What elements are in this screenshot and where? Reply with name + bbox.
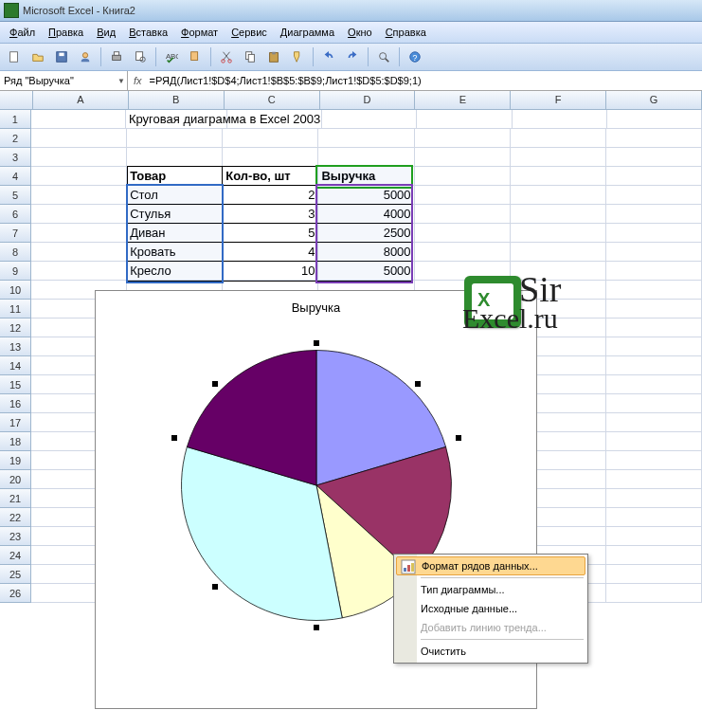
- menu-справка[interactable]: Справка: [380, 25, 432, 40]
- row-header-3[interactable]: 3: [0, 148, 31, 167]
- cell-C8[interactable]: 4: [223, 243, 318, 262]
- cell-C6[interactable]: 3: [223, 205, 318, 224]
- cell-G13[interactable]: [606, 337, 702, 356]
- cell-B6[interactable]: Стулья: [127, 205, 223, 224]
- row-header-6[interactable]: 6: [0, 205, 31, 224]
- series-handle[interactable]: [456, 435, 461, 441]
- cell-G24[interactable]: [606, 546, 702, 565]
- series-handle[interactable]: [314, 340, 319, 346]
- ctx-format-series[interactable]: Формат рядов данных...: [396, 556, 585, 575]
- cell-B3[interactable]: [127, 148, 223, 167]
- row-header-18[interactable]: 18: [0, 432, 31, 451]
- row-header-17[interactable]: 17: [0, 413, 31, 432]
- row-header-13[interactable]: 13: [0, 337, 31, 356]
- cell-G2[interactable]: [606, 129, 702, 148]
- row-header-19[interactable]: 19: [0, 451, 31, 470]
- menu-диаграмма[interactable]: Диаграмма: [275, 25, 340, 40]
- cell-G16[interactable]: [606, 394, 702, 413]
- undo-button[interactable]: [318, 46, 339, 67]
- row-header-2[interactable]: 2: [0, 129, 31, 148]
- cell-C3[interactable]: [223, 148, 318, 167]
- cell-F9[interactable]: [511, 262, 606, 281]
- row-header-1[interactable]: 1: [0, 110, 31, 129]
- row-header-10[interactable]: 10: [0, 281, 31, 300]
- cell-A2[interactable]: [31, 129, 127, 148]
- cell-F2[interactable]: [511, 129, 606, 148]
- print-preview-button[interactable]: [130, 46, 151, 67]
- row-header-16[interactable]: 16: [0, 394, 31, 413]
- cell-G7[interactable]: [606, 224, 702, 243]
- col-header-A[interactable]: A: [33, 91, 129, 109]
- cell-G14[interactable]: [606, 356, 702, 375]
- cell-C5[interactable]: 2: [223, 186, 318, 205]
- cell-B4[interactable]: Товар: [127, 167, 223, 186]
- permissions-button[interactable]: [75, 46, 96, 67]
- cell-E5[interactable]: [415, 186, 511, 205]
- cell-G11[interactable]: [606, 300, 702, 318]
- ctx-chart-type[interactable]: Тип диаграммы...: [396, 580, 585, 599]
- cell-D7[interactable]: 2500: [318, 224, 414, 243]
- row-header-4[interactable]: 4: [0, 167, 31, 186]
- cell-F5[interactable]: [511, 186, 606, 205]
- cell-G5[interactable]: [606, 186, 702, 205]
- cell-D1[interactable]: [322, 110, 417, 129]
- research-button[interactable]: [185, 46, 206, 67]
- col-header-F[interactable]: F: [511, 91, 606, 109]
- menu-формат[interactable]: Формат: [175, 25, 224, 40]
- cell-G10[interactable]: [606, 281, 702, 300]
- cell-A5[interactable]: [31, 186, 127, 205]
- cell-D3[interactable]: [318, 148, 414, 167]
- cell-G19[interactable]: [606, 451, 702, 470]
- cell-E8[interactable]: [415, 243, 511, 262]
- cell-A8[interactable]: [31, 243, 127, 262]
- row-header-23[interactable]: 23: [0, 527, 31, 546]
- cell-G20[interactable]: [606, 470, 702, 489]
- cell-C1[interactable]: [227, 110, 322, 129]
- cell-D9[interactable]: 5000: [318, 262, 414, 281]
- cell-B2[interactable]: [127, 129, 223, 148]
- menu-правка[interactable]: Правка: [43, 25, 89, 40]
- cell-C4[interactable]: Кол-во, шт: [223, 167, 318, 186]
- cell-A1[interactable]: [31, 110, 126, 129]
- print-button[interactable]: [106, 46, 127, 67]
- save-button[interactable]: [51, 46, 72, 67]
- cell-D5[interactable]: 5000: [318, 186, 414, 205]
- ctx-source-data[interactable]: Исходные данные...: [396, 599, 585, 618]
- col-header-G[interactable]: G: [606, 91, 702, 109]
- cell-G8[interactable]: [606, 243, 702, 262]
- cell-F4[interactable]: [511, 167, 606, 186]
- row-header-20[interactable]: 20: [0, 470, 31, 489]
- cell-F7[interactable]: [511, 224, 606, 243]
- col-header-C[interactable]: C: [225, 91, 320, 109]
- cell-D4[interactable]: Выручка: [318, 167, 414, 186]
- cell-G26[interactable]: [606, 584, 702, 603]
- cell-E2[interactable]: [415, 129, 511, 148]
- cell-F1[interactable]: [513, 110, 607, 129]
- cut-button[interactable]: [216, 46, 237, 67]
- cell-E1[interactable]: [417, 110, 512, 129]
- cell-G25[interactable]: [606, 565, 702, 584]
- spelling-button[interactable]: ABC: [161, 46, 182, 67]
- cell-E3[interactable]: [415, 148, 511, 167]
- format-painter-button[interactable]: [287, 46, 308, 67]
- series-handle[interactable]: [212, 381, 218, 387]
- cell-G4[interactable]: [606, 167, 702, 186]
- cell-B5[interactable]: Стол: [127, 186, 223, 205]
- series-handle[interactable]: [171, 435, 177, 441]
- cell-B1[interactable]: Круговая диаграмма в Excel 2003: [126, 110, 227, 129]
- cell-G17[interactable]: [606, 413, 702, 432]
- row-header-14[interactable]: 14: [0, 356, 31, 375]
- name-box-dropdown-icon[interactable]: ▼: [117, 77, 125, 85]
- help-button[interactable]: ?: [405, 46, 425, 67]
- row-header-11[interactable]: 11: [0, 300, 31, 318]
- cell-A6[interactable]: [31, 205, 127, 224]
- cell-C9[interactable]: 10: [223, 262, 318, 281]
- cell-G6[interactable]: [606, 205, 702, 224]
- cell-G18[interactable]: [606, 432, 702, 451]
- col-header-D[interactable]: D: [320, 91, 416, 109]
- col-header-B[interactable]: B: [129, 91, 225, 109]
- cell-C2[interactable]: [223, 129, 318, 148]
- zoom-button[interactable]: [373, 46, 394, 67]
- row-header-26[interactable]: 26: [0, 584, 31, 603]
- series-handle[interactable]: [212, 584, 218, 590]
